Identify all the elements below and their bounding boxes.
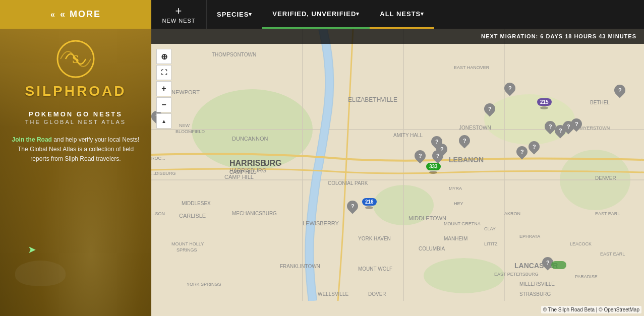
- question-icon: ?: [440, 146, 444, 152]
- question-icon: ?: [520, 149, 524, 155]
- marker-label: 215: [537, 98, 552, 106]
- logo-container: S SILPHROAD: [25, 39, 127, 99]
- brand-name: SILPHROAD: [25, 83, 127, 99]
- more-button[interactable]: « « MORE: [0, 0, 151, 29]
- question-icon: ?: [559, 128, 562, 134]
- fullscreen-icon: ⛶: [161, 69, 167, 76]
- question-icon: ?: [463, 138, 466, 144]
- svg-text:MANHEIM: MANHEIM: [444, 236, 467, 241]
- svg-text:...SON: ...SON: [151, 211, 165, 216]
- zoom-out-button[interactable]: −: [156, 97, 171, 112]
- question-icon: ?: [567, 123, 570, 130]
- question-icon: ?: [488, 106, 492, 112]
- green-blob: [551, 261, 566, 269]
- svg-point-5: [424, 258, 504, 293]
- svg-text:AMITY HALL: AMITY HALL: [393, 133, 423, 138]
- svg-text:MIDDLESEX: MIDDLESEX: [182, 201, 211, 206]
- nest-marker-216[interactable]: 216: [362, 198, 377, 209]
- plus-icon: +: [175, 6, 183, 17]
- q-marker-8[interactable]: ?: [516, 146, 528, 157]
- svg-text:WELLSVILLE: WELLSVILLE: [318, 291, 348, 297]
- marker-shadow: [365, 206, 373, 209]
- sidebar-content: S SILPHROAD POKEMON GO NESTS THE GLOBAL …: [0, 29, 151, 316]
- marker-shadow: [540, 106, 548, 109]
- q-marker-7[interactable]: ?: [571, 118, 582, 130]
- nest-marker-333[interactable]: 333: [426, 163, 441, 174]
- q-marker-myerstown[interactable]: ?: [614, 85, 625, 96]
- question-icon: ?: [546, 260, 550, 266]
- svg-text:LEWISBERRY: LEWISBERRY: [303, 220, 339, 226]
- svg-text:MYERSTOWN: MYERSTOWN: [580, 125, 610, 131]
- question-icon: ?: [618, 87, 622, 93]
- species-button[interactable]: SPECIES: [207, 0, 262, 29]
- new-nest-button[interactable]: + NEW NEST: [151, 0, 207, 29]
- map-attribution: © The Silph Road Beta | © OpenStreetMap: [541, 306, 641, 313]
- svg-text:S: S: [72, 52, 79, 66]
- svg-text:YORK HAVEN: YORK HAVEN: [358, 236, 391, 241]
- svg-text:URG: URG: [264, 159, 282, 167]
- svg-text:YORK SPRINGS: YORK SPRINGS: [187, 282, 221, 287]
- svg-text:HARRISB: HARRISB: [229, 159, 266, 167]
- svg-text:EAST EARL: EAST EARL: [595, 211, 620, 216]
- question-icon: ?: [419, 153, 422, 159]
- tagline2: THE GLOBAL NEST ATLAS: [25, 119, 126, 125]
- silph-road-logo: S: [55, 39, 96, 79]
- svg-text:MIDDLETOWN: MIDDLETOWN: [408, 215, 446, 221]
- description-text: Join the Road and help verify your local…: [0, 135, 151, 164]
- svg-text:DENVER: DENVER: [595, 175, 616, 181]
- all-nests-button[interactable]: ALL NESTS: [370, 0, 434, 29]
- svg-text:FRANKLINTOWN: FRANKLINTOWN: [280, 264, 320, 269]
- q-marker-10[interactable]: ?: [459, 135, 470, 146]
- svg-text:MOUNT WOLF: MOUNT WOLF: [358, 266, 392, 272]
- svg-text:CAMP HILL: CAMP HILL: [229, 169, 256, 175]
- svg-text:STRASBURG: STRASBURG: [519, 291, 551, 297]
- svg-text:MOUNT HOLLY: MOUNT HOLLY: [171, 241, 204, 246]
- q-marker-12[interactable]: ?: [415, 150, 426, 161]
- question-icon: ?: [351, 203, 355, 209]
- reset-north-button[interactable]: ▲: [156, 113, 171, 129]
- svg-text:NEWPORT: NEWPORT: [171, 89, 200, 95]
- svg-text:NEW: NEW: [179, 123, 190, 128]
- verified-button[interactable]: VERIFIED, UNVERIFIED: [262, 0, 370, 29]
- question-icon: ?: [508, 85, 512, 91]
- green-nest-marker[interactable]: [551, 261, 566, 269]
- map-svg: THOMPSONTOWN NEWPORT NEW BLOOMFIELD DUNC…: [151, 29, 644, 301]
- migration-text: NEXT MIGRATION: 6 DAYS 18 HOURS 43 MINUT…: [481, 33, 636, 39]
- join-link[interactable]: Join the Road: [12, 136, 52, 143]
- svg-text:CARLISLE: CARLISLE: [179, 213, 206, 219]
- svg-text:BLOOMFIELD: BLOOMFIELD: [175, 129, 205, 134]
- svg-text:LEACOCK: LEACOCK: [570, 241, 592, 246]
- marker-shadow: [429, 171, 437, 174]
- svg-text:COLONIAL PARK: COLONIAL PARK: [328, 180, 368, 186]
- svg-text:AKRON: AKRON: [504, 211, 520, 216]
- q-marker-9[interactable]: ?: [529, 141, 540, 152]
- svg-text:EAST EARL: EAST EARL: [600, 251, 625, 257]
- svg-text:LEBANON: LEBANON: [449, 156, 484, 164]
- svg-text:CLAY: CLAY: [484, 226, 496, 231]
- svg-text:DUNCANNON: DUNCANNON: [232, 136, 268, 142]
- svg-text:EPHRATA: EPHRATA: [519, 234, 540, 239]
- fullscreen-button[interactable]: ⛶: [156, 65, 171, 80]
- compass-icon: ▲: [161, 118, 166, 124]
- zoom-in-button[interactable]: +: [156, 81, 171, 96]
- svg-text:...DISBURG: ...DISBURG: [151, 171, 176, 176]
- locate-button[interactable]: ⊕: [156, 49, 171, 64]
- zoom-in-icon: +: [161, 84, 166, 93]
- svg-text:MOUNT GRETNA: MOUNT GRETNA: [444, 221, 481, 226]
- q-marker-mount-holly[interactable]: ?: [347, 201, 358, 212]
- map-container[interactable]: + NEW NEST SPECIES VERIFIED, UNVERIFIED …: [151, 0, 644, 316]
- question-icon: ?: [575, 121, 578, 127]
- marker-label: 216: [362, 198, 377, 206]
- nest-marker-215[interactable]: 215: [537, 98, 552, 109]
- sidebar: « « MORE S SILPHROAD POKEMON GO NESTS TH…: [0, 0, 151, 316]
- svg-text:THOMPSONTOWN: THOMPSONTOWN: [212, 52, 256, 57]
- more-label: « MORE: [60, 9, 101, 20]
- locate-icon: ⊕: [161, 52, 167, 61]
- svg-text:ROC...: ROC...: [151, 156, 165, 161]
- q-marker-1[interactable]: ?: [504, 83, 515, 94]
- svg-text:BETHEL: BETHEL: [590, 100, 610, 105]
- svg-text:COLUMBIA: COLUMBIA: [419, 246, 445, 251]
- svg-text:ELIZABETHVILLE: ELIZABETHVILLE: [348, 96, 397, 103]
- q-marker-harrisburg[interactable]: ?: [436, 144, 447, 155]
- q-marker-2[interactable]: ?: [484, 103, 495, 114]
